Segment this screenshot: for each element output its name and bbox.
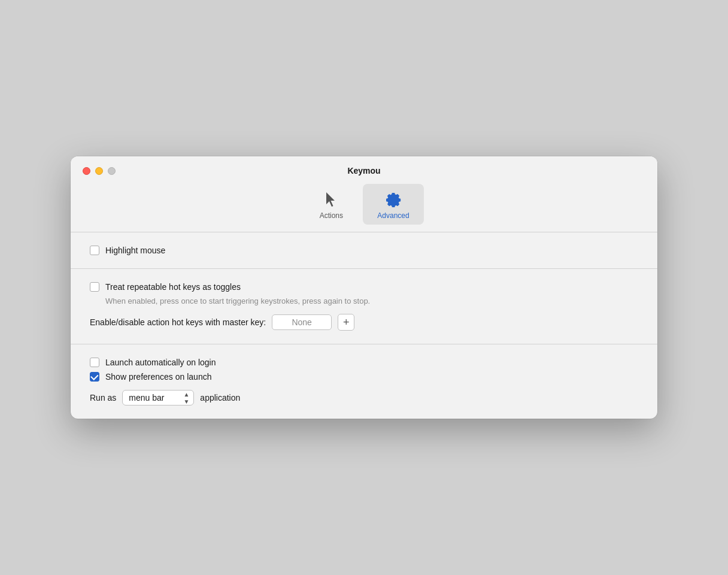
highlight-section: Highlight mouse [71, 232, 657, 268]
title-bar: Keymou Actions Advanced [71, 156, 657, 232]
run-as-suffix: application [200, 393, 240, 402]
launch-section: Launch automatically on login Show prefe… [71, 344, 657, 419]
highlight-mouse-row: Highlight mouse [90, 246, 638, 255]
toggles-section: Treat repeatable hot keys as toggles Whe… [71, 268, 657, 344]
maximize-button[interactable] [108, 167, 116, 175]
tab-actions-label: Actions [320, 211, 343, 220]
repeatable-hotkeys-row: Treat repeatable hot keys as toggles [90, 282, 638, 292]
highlight-mouse-label: Highlight mouse [105, 246, 165, 255]
show-prefs-checkbox[interactable] [90, 372, 99, 382]
svg-marker-0 [326, 192, 335, 207]
master-key-label: Enable/disable action hot keys with mast… [90, 317, 266, 327]
master-key-row: Enable/disable action hot keys with mast… [90, 314, 638, 331]
repeatable-hotkeys-label: Treat repeatable hot keys as toggles [105, 282, 241, 292]
run-as-label: Run as [90, 393, 116, 402]
show-prefs-label: Show preferences on launch [105, 372, 211, 382]
tab-actions[interactable]: Actions [304, 184, 358, 225]
master-key-add-button[interactable]: + [338, 314, 354, 331]
auto-login-row: Launch automatically on login [90, 358, 638, 367]
highlight-mouse-checkbox[interactable] [90, 246, 99, 255]
master-key-input[interactable]: None [272, 314, 332, 330]
show-prefs-row: Show preferences on launch [90, 372, 638, 382]
tab-advanced[interactable]: Advanced [363, 184, 423, 225]
cursor-icon [321, 190, 341, 209]
repeatable-hotkeys-checkbox[interactable] [90, 282, 99, 292]
toolbar: Actions Advanced [304, 184, 423, 232]
auto-login-checkbox[interactable] [90, 358, 99, 367]
run-as-select-wrapper: menu bar dock both ▲ ▼ [122, 390, 194, 405]
run-as-row: Run as menu bar dock both ▲ ▼ applicatio… [90, 390, 638, 405]
tab-advanced-label: Advanced [377, 211, 409, 220]
gear-icon [384, 190, 403, 209]
repeatable-hotkeys-hint: When enabled, press once to start trigge… [105, 296, 638, 305]
auto-login-label: Launch automatically on login [105, 358, 216, 367]
traffic-lights [83, 167, 116, 175]
run-as-select[interactable]: menu bar dock both [122, 390, 194, 405]
close-button[interactable] [83, 167, 90, 175]
window-title: Keymou [347, 166, 380, 184]
minimize-button[interactable] [95, 167, 103, 175]
app-window: Keymou Actions Advanced [71, 156, 657, 419]
